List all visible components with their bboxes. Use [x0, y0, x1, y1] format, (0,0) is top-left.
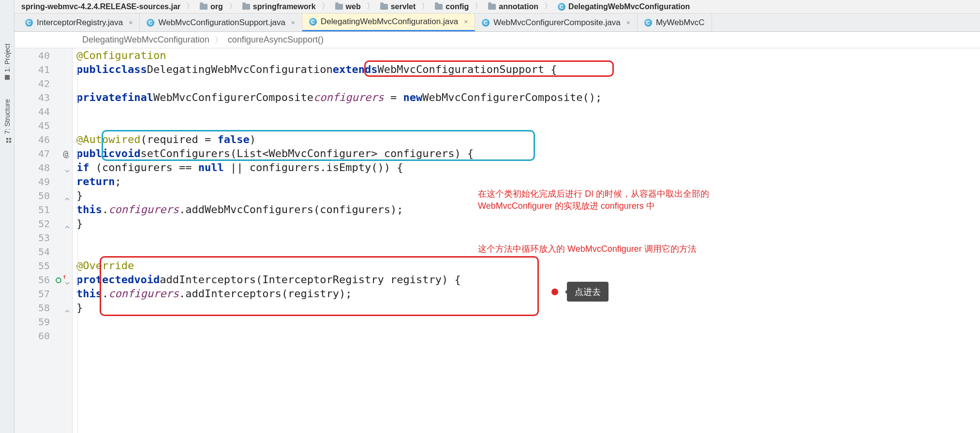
tab-label: WebMvcConfigurerComposite.java — [493, 18, 620, 28]
class-icon: C — [309, 18, 317, 26]
indent-guide — [77, 62, 78, 433]
folder-icon — [435, 4, 443, 10]
member-breadcrumb-class[interactable]: DelegatingWebMvcConfiguration — [82, 35, 209, 45]
breadcrumb-pkg-annotation[interactable]: annotation — [484, 2, 542, 11]
class-icon: C — [482, 19, 490, 27]
class-icon: C — [147, 19, 154, 27]
fold-icon[interactable] — [64, 151, 70, 157]
highlight-setConfigurers — [102, 130, 535, 161]
gutter-line: 41 — [15, 62, 72, 76]
svg-rect-1 — [6, 141, 8, 143]
folder-icon — [488, 4, 496, 10]
tool-structure-button[interactable]: 7: Structure — [3, 99, 11, 143]
member-breadcrumb-method[interactable]: configureAsyncSupport() — [228, 35, 324, 45]
tab-label: WebMvcConfigurationSupport.java — [158, 18, 285, 28]
callout-click-in: 点进去 — [551, 282, 609, 302]
member-breadcrumb: DelegatingWebMvcConfiguration 〉 configur… — [15, 32, 980, 48]
highlight-addInterceptors — [100, 256, 539, 316]
fold-icon[interactable] — [64, 221, 70, 227]
fold-icon[interactable] — [64, 277, 70, 283]
class-icon: C — [644, 19, 652, 27]
close-icon[interactable]: × — [291, 19, 295, 27]
gutter-line: 42 — [15, 76, 72, 90]
code-area[interactable]: @Configuration public class DelegatingWe… — [73, 48, 980, 433]
gutter-line: 57 — [15, 287, 72, 301]
breadcrumb-pkg-org[interactable]: org — [196, 2, 227, 11]
breadcrumb-jar[interactable]: spring-webmvc-4.2.4.RELEASE-sources.jar — [17, 2, 184, 11]
gutter-line: 47@ — [15, 146, 72, 160]
dot-icon — [551, 289, 558, 295]
gutter-line: 52 — [15, 216, 72, 231]
callout-label: 点进去 — [567, 282, 609, 302]
breadcrumb-class[interactable]: CDelegatingWebMvcConfiguration — [554, 2, 694, 11]
fold-icon[interactable] — [64, 193, 70, 199]
tool-project-button[interactable]: 1: Project — [3, 43, 11, 80]
gutter-line: 56↑ — [15, 273, 72, 287]
tool-window-strip: 1: Project 7: Structure — [0, 0, 15, 433]
tab-label: MyWebMvcC — [656, 18, 705, 28]
tab-configurer-composite[interactable]: CWebMvcConfigurerComposite.java× — [475, 14, 638, 31]
tab-mywebmvc[interactable]: CMyWebMvcC — [638, 14, 712, 31]
editor-tabs: CInterceptorRegistry.java× CWebMvcConfig… — [15, 14, 980, 32]
gutter-line: 49 — [15, 174, 72, 188]
gutter-line: 43 — [15, 90, 72, 104]
breadcrumb: spring-webmvc-4.2.4.RELEASE-sources.jar … — [15, 0, 980, 14]
highlight-extends — [364, 60, 614, 77]
annotation-note-2: 这个方法中循环放入的 WebMvcConfigurer 调用它的方法 — [478, 243, 697, 255]
gutter: 40 41 42 43 44 45 46 47@ 48 49 50 51 52 … — [15, 48, 73, 433]
tab-label: DelegatingWebMvcConfiguration.java — [321, 17, 458, 27]
gutter-line: 55 — [15, 259, 72, 273]
code-editor[interactable]: 40 41 42 43 44 45 46 47@ 48 49 50 51 52 … — [15, 48, 980, 433]
gutter-line: 60 — [15, 329, 72, 343]
svg-rect-2 — [9, 138, 11, 140]
close-icon[interactable]: × — [626, 19, 630, 27]
gutter-line: 58 — [15, 301, 72, 315]
gutter-line: 59 — [15, 315, 72, 329]
class-icon: C — [25, 19, 33, 27]
breadcrumb-pkg-web[interactable]: web — [331, 2, 365, 11]
fold-icon[interactable] — [64, 165, 70, 171]
tab-delegating[interactable]: CDelegatingWebMvcConfiguration.java× — [302, 14, 475, 31]
gutter-line: 45 — [15, 118, 72, 132]
gutter-line: 40 — [15, 48, 72, 62]
breadcrumb-pkg-springframework[interactable]: springframework — [238, 2, 320, 11]
annotation-configuration: @Configuration — [76, 48, 166, 62]
structure-icon — [4, 137, 10, 143]
svg-rect-3 — [6, 138, 8, 140]
gutter-line: 51 — [15, 202, 72, 216]
breadcrumb-pkg-config[interactable]: config — [431, 2, 473, 11]
folder-icon — [335, 4, 343, 10]
tab-interceptor-registry[interactable]: CInterceptorRegistry.java× — [18, 14, 140, 31]
override-gutter-icon[interactable]: ↑ — [56, 274, 61, 286]
gutter-line: 44 — [15, 104, 72, 118]
svg-rect-0 — [9, 141, 11, 143]
breadcrumb-pkg-servlet[interactable]: servlet — [376, 2, 420, 11]
tool-structure-label: 7: Structure — [3, 99, 11, 134]
folder-icon — [200, 4, 208, 10]
close-icon[interactable]: × — [129, 19, 133, 27]
folder-icon — [242, 4, 250, 10]
gutter-line: 50 — [15, 188, 72, 202]
tab-label: InterceptorRegistry.java — [37, 18, 123, 28]
project-icon — [5, 75, 10, 80]
fold-icon[interactable] — [64, 305, 70, 311]
gutter-line: 54 — [15, 245, 72, 259]
folder-icon — [380, 4, 388, 10]
close-icon[interactable]: × — [464, 18, 468, 26]
tab-webmvc-support[interactable]: CWebMvcConfigurationSupport.java× — [140, 14, 302, 31]
gutter-line: 53 — [15, 231, 72, 245]
gutter-line: 48 — [15, 160, 72, 174]
class-icon: C — [558, 3, 565, 11]
tool-project-label: 1: Project — [3, 43, 11, 72]
gutter-line: 46 — [15, 132, 72, 146]
annotation-note-1: 在这个类初始化完成后进行 DI 的时候，从容器中取出全部的 WebMvcConf… — [478, 188, 787, 212]
